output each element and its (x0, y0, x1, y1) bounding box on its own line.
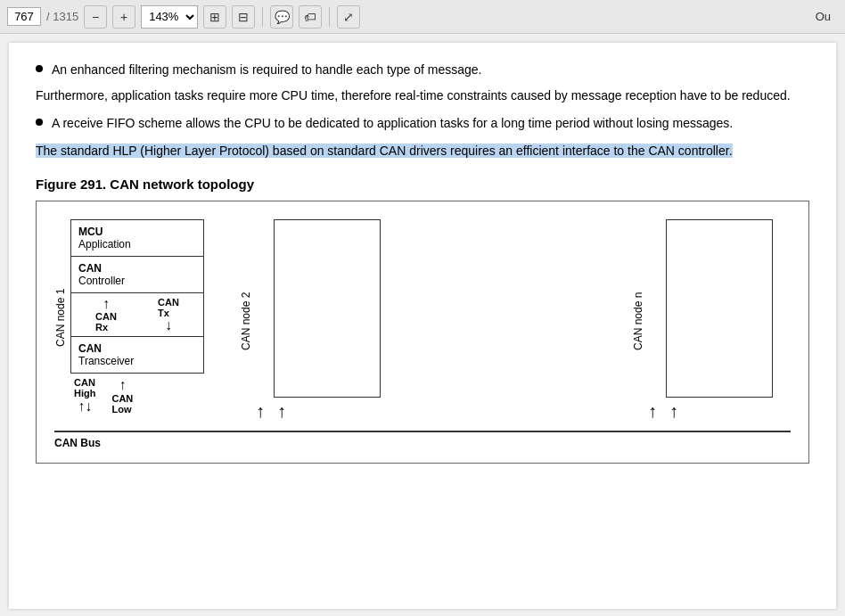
node-group-2: CAN node 2 ↑ ↑ (240, 219, 381, 422)
node2-label: CAN node 2 (240, 232, 252, 410)
node-group-1: CAN node 1 MCU Application CAN Controlle… (54, 219, 204, 415)
can-high-arrows: ↑↓ (78, 398, 92, 415)
bullet-dot-1 (36, 65, 43, 72)
comment-icon: 💬 (275, 10, 290, 24)
fit-page-icon: ⊞ (209, 10, 220, 24)
rx-label: CANRx (95, 311, 117, 333)
zoom-in-button[interactable]: + (112, 5, 135, 29)
node1-box: MCU Application CAN Controller ↑ CANRx (70, 219, 204, 374)
tx-label: CANTx (158, 297, 179, 318)
toolbar-divider2 (329, 7, 330, 27)
can-rx-item: ↑ CANRx (95, 297, 117, 333)
noden-arrow2: ↑ (669, 401, 678, 422)
node-group-n: CAN node n ↑ ↑ (632, 219, 773, 422)
zoom-out-button[interactable]: − (84, 5, 107, 29)
figure-title: Figure 291. CAN network topology (36, 177, 809, 192)
fit-page-button[interactable]: ⊞ (203, 5, 226, 29)
comment-button[interactable]: 💬 (270, 5, 293, 29)
rxtx-row: ↑ CANRx CANTx ↓ (71, 293, 203, 337)
diagram-wrapper: CAN node 1 MCU Application CAN Controlle… (54, 219, 791, 449)
can-bus-label: CAN Bus (54, 437, 791, 449)
figure-box: CAN node 1 MCU Application CAN Controlle… (36, 201, 809, 464)
can-low-item: ↑ CANLow (111, 377, 133, 415)
controller-label: Controller (78, 275, 196, 287)
highlighted-text: The standard HLP (Higher Layer Protocol)… (36, 144, 733, 158)
noden-arrow1: ↑ (648, 401, 657, 422)
can-bus-line (54, 431, 791, 432)
nodes-row: CAN node 1 MCU Application CAN Controlle… (54, 219, 791, 431)
transceiver-row: CAN Transceiver (71, 337, 203, 373)
can-ctrl-title: CAN (78, 262, 196, 275)
node1-label: CAN node 1 (54, 228, 67, 407)
mcu-title: MCU (78, 226, 196, 238)
toolbar-right-text: Ou (816, 10, 838, 23)
minus-icon: − (92, 10, 99, 24)
expand-button[interactable]: ⤢ (337, 5, 360, 29)
can-controller-row: CAN Controller (71, 257, 203, 293)
can-high-label: CANHigh (74, 377, 95, 398)
page-separator: / 1315 (46, 10, 78, 23)
application-label: Application (78, 238, 196, 251)
noden-label: CAN node n (632, 232, 644, 410)
thumbnail-icon: ⊟ (238, 10, 249, 24)
node2-arrow1: ↑ (256, 401, 265, 422)
node2-arrow2: ↑ (277, 401, 286, 422)
zoom-select[interactable]: 143% 100% 75% 50% (141, 5, 198, 29)
bullet-item-1: An enhanced filtering mechanism is requi… (36, 61, 809, 79)
expand-icon: ⤢ (343, 10, 354, 24)
thumbnail-button[interactable]: ⊟ (232, 5, 255, 29)
page-number-input[interactable]: 767 (7, 7, 41, 26)
toolbar: 767 / 1315 − + 143% 100% 75% 50% ⊞ ⊟ 💬 🏷… (0, 0, 845, 34)
plus-icon: + (120, 10, 127, 24)
transceiver-title: CAN (78, 342, 196, 355)
noden-box (666, 219, 773, 398)
can-tx-item: CANTx ↓ (158, 297, 179, 333)
rx-arrow-up: ↑ (103, 297, 110, 311)
tag-button[interactable]: 🏷 (299, 5, 322, 29)
content-area: An enhanced filtering mechanism is requi… (9, 43, 836, 609)
bullet-item-2: A receive FIFO scheme allows the CPU to … (36, 114, 809, 133)
can-low-label: CANLow (111, 393, 133, 415)
toolbar-divider (262, 7, 263, 27)
bullet-text-2: A receive FIFO scheme allows the CPU to … (52, 114, 733, 133)
bullet-dot-2 (36, 119, 43, 126)
node2-box (274, 219, 381, 398)
highlighted-paragraph: The standard HLP (Higher Layer Protocol)… (36, 142, 809, 160)
tx-arrow-down: ↓ (165, 318, 172, 333)
mcu-row: MCU Application (71, 220, 203, 257)
can-high-item: CANHigh ↑↓ (74, 377, 95, 415)
bullet-text-1: An enhanced filtering mechanism is requi… (52, 61, 482, 79)
paragraph-1: Furthermore, application tasks require m… (36, 86, 809, 105)
tag-icon: 🏷 (304, 10, 316, 24)
transceiver-label: Transceiver (78, 355, 196, 367)
can-low-label-up: ↑ (119, 377, 126, 393)
